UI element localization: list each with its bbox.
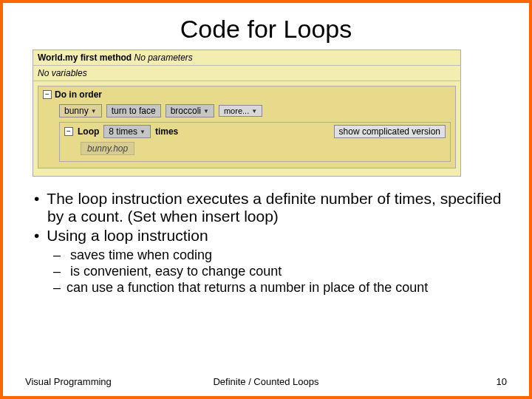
tile-text: turn to face [112,106,156,116]
tile-text: broccoli [171,106,201,116]
slide: Code for Loops World.my first method No … [0,0,532,399]
alice-code-panel: World.my first method No parameters No v… [33,50,461,177]
loop-label: Loop [78,126,99,137]
loop-block[interactable]: − Loop 8 times ▼ times show complicated … [59,122,451,162]
method-name: World.my first method [38,52,132,63]
method-header: World.my first method No parameters [33,50,460,66]
footer-center: Definite / Counted Loops [213,376,318,387]
do-in-order-label: Do in order [55,89,102,100]
nested-block: − Loop 8 times ▼ times show complicated … [59,122,451,162]
collapse-icon[interactable]: − [64,127,73,136]
variables-row: No variables [33,66,460,81]
object-tile-bunny[interactable]: bunny ▼ [59,104,102,117]
do-in-order-header: − Do in order [43,89,451,100]
slide-title: Code for Loops [25,15,507,44]
dropdown-icon: ▼ [91,108,97,115]
action-tile-turn-to-face[interactable]: turn to face [106,104,161,117]
footer-left: Visual Programming [25,376,112,387]
collapse-icon[interactable]: − [43,90,52,99]
do-in-order-block[interactable]: − Do in order bunny ▼ turn to face brocc… [38,86,456,168]
loop-header: − Loop 8 times ▼ times show complicated … [64,125,446,138]
loop-body-call[interactable]: bunny.hop [81,142,134,155]
block-area: − Do in order bunny ▼ turn to face brocc… [33,81,460,176]
dropdown-icon: ▼ [140,129,146,135]
no-variables-label: No variables [38,68,87,78]
footer: Visual Programming Definite / Counted Lo… [25,376,507,387]
sub-bullet-item: saves time when coding [53,248,507,263]
bullet-item: Using a loop instruction [34,227,507,245]
show-complicated-button[interactable]: show complicated version [334,125,446,138]
tile-text: more... [224,106,249,115]
param-tile-broccoli[interactable]: broccoli ▼ [166,104,214,117]
loop-count-tile[interactable]: 8 times ▼ [103,125,151,138]
method-params: No parameters [134,52,192,63]
instruction-row: bunny ▼ turn to face broccoli ▼ more... … [59,104,451,117]
bullet-item: The loop instruction executes a definite… [34,190,507,225]
loop-count-text: 8 times [109,126,137,137]
content-area: The loop instruction executes a definite… [25,190,507,296]
more-tile[interactable]: more... ▼ [219,105,262,117]
dropdown-icon: ▼ [251,108,257,115]
sub-bullet-item: is convenient, easy to change count [53,264,507,279]
tile-text: bunny [64,106,89,116]
sub-bullet-list: saves time when coding is convenient, ea… [25,248,507,296]
dropdown-icon: ▼ [203,108,209,115]
main-bullet-list: The loop instruction executes a definite… [25,190,507,245]
loop-times-word: times [155,126,178,137]
page-number: 10 [497,376,507,387]
sub-bullet-item: can use a function that returns a number… [53,280,507,296]
